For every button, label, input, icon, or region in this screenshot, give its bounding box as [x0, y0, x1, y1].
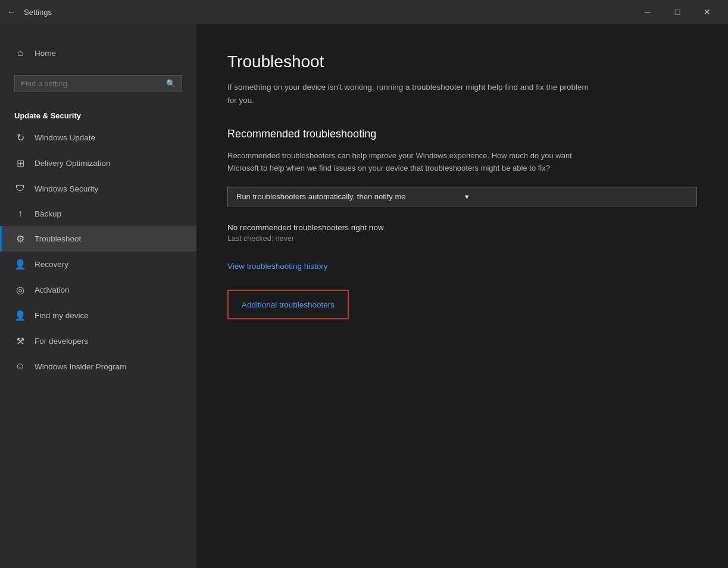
page-description: If something on your device isn't workin… [227, 81, 596, 106]
status-text: No recommended troubleshooters right now [227, 223, 697, 232]
delivery-optimization-icon: ⊞ [14, 158, 26, 169]
sidebar-item-backup[interactable]: ↑ Backup [0, 201, 196, 226]
main-layout: ⌂ Home 🔍 Update & Security ↻ Windows Upd… [0, 24, 728, 568]
windows-security-icon: 🛡 [14, 183, 26, 194]
sidebar-item-delivery-optimization-label: Delivery Optimization [35, 159, 182, 168]
sidebar-item-troubleshoot-label: Troubleshoot [35, 234, 182, 243]
activation-icon: ◎ [14, 284, 26, 296]
recovery-icon: 👤 [14, 259, 26, 270]
home-icon: ⌂ [14, 48, 26, 58]
section-label: Update & Security [0, 102, 196, 125]
backup-icon: ↑ [14, 208, 26, 219]
sidebar-item-find-my-device[interactable]: 👤 Find my device [0, 303, 196, 328]
sidebar-item-windows-update[interactable]: ↻ Windows Update [0, 125, 196, 150]
sidebar-item-troubleshoot[interactable]: ⚙ Troubleshoot [0, 226, 196, 252]
additional-troubleshooters-box[interactable]: Additional troubleshooters [227, 290, 349, 319]
sidebar-item-windows-insider-label: Windows Insider Program [35, 362, 182, 371]
sidebar-item-windows-update-label: Windows Update [35, 133, 182, 142]
for-developers-icon: ⚒ [14, 335, 26, 347]
close-button[interactable]: ✕ [693, 2, 721, 21]
chevron-down-icon: ▾ [465, 192, 689, 201]
content-area: Troubleshoot If something on your device… [196, 24, 728, 568]
sidebar-item-delivery-optimization[interactable]: ⊞ Delivery Optimization [0, 150, 196, 176]
search-icon: 🔍 [166, 79, 176, 88]
sidebar-item-backup-label: Backup [35, 209, 182, 218]
sidebar-item-for-developers-label: For developers [35, 337, 182, 346]
search-input[interactable] [21, 79, 161, 88]
sidebar-item-home-label: Home [35, 49, 168, 58]
sidebar-item-for-developers[interactable]: ⚒ For developers [0, 328, 196, 354]
last-checked-label: Last checked: never [227, 234, 697, 243]
recommended-section-title: Recommended troubleshooting [227, 128, 697, 140]
additional-troubleshooters-link[interactable]: Additional troubleshooters [242, 300, 335, 309]
recommended-section-description: Recommended troubleshooters can help imp… [227, 150, 596, 175]
sidebar-item-recovery-label: Recovery [35, 260, 182, 269]
search-box[interactable]: 🔍 [14, 75, 182, 92]
sidebar-item-home[interactable]: ⌂ Home [14, 40, 182, 65]
titlebar: ← Settings ─ □ ✕ [0, 0, 728, 24]
view-history-link[interactable]: View troubleshooting history [227, 262, 697, 271]
maximize-button[interactable]: □ [664, 2, 691, 21]
sidebar-item-activation-label: Activation [35, 285, 182, 294]
sidebar-item-recovery[interactable]: 👤 Recovery [0, 252, 196, 277]
titlebar-title: Settings [24, 8, 634, 17]
sidebar-item-windows-security-label: Windows Security [35, 184, 182, 193]
windows-insider-icon: ☺ [14, 361, 26, 372]
sidebar: ⌂ Home 🔍 Update & Security ↻ Windows Upd… [0, 24, 196, 568]
sidebar-header: ⌂ Home 🔍 [0, 24, 196, 102]
troubleshooter-dropdown[interactable]: Run troubleshooters automatically, then … [227, 187, 697, 206]
back-button[interactable]: ← [7, 7, 15, 17]
windows-update-icon: ↻ [14, 132, 26, 143]
troubleshoot-icon: ⚙ [14, 233, 26, 244]
sidebar-item-find-my-device-label: Find my device [35, 311, 182, 320]
minimize-button[interactable]: ─ [634, 2, 661, 21]
page-title: Troubleshoot [227, 52, 697, 71]
find-my-device-icon: 👤 [14, 310, 26, 321]
sidebar-item-windows-insider[interactable]: ☺ Windows Insider Program [0, 354, 196, 379]
dropdown-value: Run troubleshooters automatically, then … [236, 192, 460, 201]
sidebar-item-activation[interactable]: ◎ Activation [0, 277, 196, 303]
window-controls: ─ □ ✕ [634, 2, 721, 21]
sidebar-item-windows-security[interactable]: 🛡 Windows Security [0, 176, 196, 201]
